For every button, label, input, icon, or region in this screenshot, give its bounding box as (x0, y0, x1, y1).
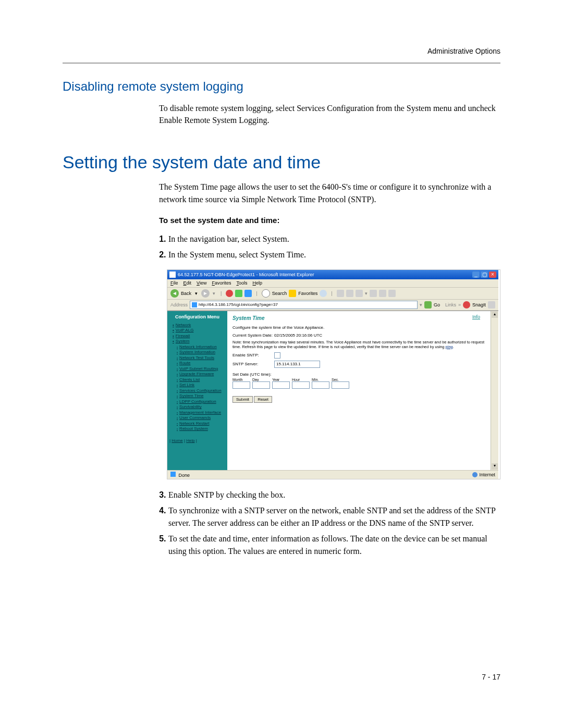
min-input[interactable] (312, 381, 329, 389)
go-button[interactable] (424, 301, 432, 309)
enable-sntp-checkbox[interactable] (274, 352, 280, 359)
step-item: Enable SNTP by checking the box. (168, 489, 500, 501)
section2-intro: The System Time page allows the user to … (159, 181, 500, 205)
scroll-down-icon[interactable]: ▾ (492, 463, 498, 470)
year-input[interactable] (272, 381, 290, 389)
history-icon[interactable] (320, 290, 327, 297)
hour-input[interactable] (292, 381, 310, 389)
date-inputs-row: Month Day Year Hour Min. Sec. (232, 378, 485, 389)
dropdown-icon[interactable]: ▾ (195, 291, 198, 296)
nav-home-link[interactable]: Home (172, 438, 182, 443)
nav-item-network[interactable]: Network (173, 323, 225, 327)
snagit-icon[interactable] (463, 301, 470, 309)
menu-help[interactable]: Help (252, 280, 262, 286)
ie-menubar: File Edit View Favorites Tools Help (167, 279, 498, 288)
close-button[interactable]: × (489, 272, 496, 278)
mail-icon[interactable] (337, 290, 344, 297)
vertical-scrollbar[interactable]: ▴ ▾ (491, 311, 498, 470)
nav-footer: | Home | Help | (169, 438, 225, 443)
sntp-server-label: SNTP Server: (232, 362, 274, 366)
menu-edit[interactable]: Edit (183, 280, 192, 286)
nav-heading: Configuration Menu (169, 314, 225, 319)
enable-sntp-label: Enable SNTP: (232, 353, 274, 357)
msgr-icon[interactable] (379, 290, 386, 297)
back-label: Back (181, 291, 191, 296)
document-page: Administrative Options Disabling remote … (0, 0, 563, 728)
nav-sub-item[interactable]: Upgrade Firmware (173, 372, 225, 376)
snagit-label: SnagIt (472, 302, 486, 307)
print-icon[interactable] (346, 290, 353, 297)
steps-list-before: In the navigation bar, select System. In… (154, 233, 500, 261)
section-heading-setting-time: Setting the system date and time (63, 152, 500, 172)
step-item: In the System menu, select System Time. (168, 249, 500, 261)
nav-sub-item[interactable]: Network Restart (173, 421, 225, 426)
status-done: Done (179, 473, 190, 478)
sec-input[interactable] (332, 381, 349, 389)
favorites-icon[interactable] (289, 290, 296, 297)
nav-sub-item[interactable]: LDPP Configuration (173, 399, 225, 404)
set-date-label: Set Date (UTC time): (232, 372, 485, 377)
col-day: Day (252, 378, 259, 381)
ie-addressbar: Address http://64.3.186.175/cgi-bin/conf… (167, 300, 498, 311)
info-link[interactable]: Info (472, 314, 480, 319)
submit-button[interactable]: Submit (232, 396, 253, 403)
nav-sub-item[interactable]: System Information (173, 350, 225, 354)
ping-link[interactable]: ping (446, 344, 453, 349)
nav-sub-item[interactable]: Management Interface (173, 410, 225, 415)
back-button[interactable]: ◄ (170, 289, 179, 298)
nav-sub-item[interactable]: Set Link (173, 382, 225, 387)
home-icon[interactable] (244, 290, 252, 297)
nav-sub-item[interactable]: System Time (173, 393, 225, 398)
links-label: Links (445, 302, 456, 307)
menu-view[interactable]: View (197, 280, 206, 286)
screenshot-figure: 64.52.177.5 NGT-DBN-EdgeProtect1 - Micro… (167, 269, 500, 479)
nav-help-link[interactable]: Help (186, 438, 194, 443)
day-input[interactable] (252, 381, 270, 389)
nav-sub-item[interactable]: VoIP Subnet Routing (173, 366, 225, 371)
ie-title-text: 64.52.177.5 NGT-DBN-EdgeProtect1 - Micro… (178, 272, 314, 277)
menu-tools[interactable]: Tools (236, 280, 247, 286)
search-label: Search (272, 291, 287, 296)
page-number: 7 - 17 (482, 673, 500, 681)
address-input[interactable]: http://64.3.186.175/cgi-bin/config?page=… (190, 301, 418, 309)
nav-sub-item[interactable]: Route (173, 361, 225, 365)
nav-sub-item[interactable]: User Commands (173, 415, 225, 420)
nav-sub-item[interactable]: Reboot System (173, 426, 225, 431)
col-month: Month (232, 378, 242, 381)
stop-icon[interactable] (226, 290, 233, 297)
ie-app-icon (169, 272, 176, 278)
step-item: To synchronize with a SNTP server on the… (168, 504, 500, 529)
nav-sub-item[interactable]: Services Configuration (173, 388, 225, 393)
menu-file[interactable]: File (170, 280, 178, 286)
refresh-icon[interactable] (235, 290, 242, 297)
maximize-button[interactable]: ▢ (481, 272, 488, 278)
nav-sub-item[interactable]: Survivability (173, 404, 225, 409)
col-sec: Sec. (332, 378, 339, 381)
edit-icon[interactable] (356, 290, 363, 297)
sntp-server-input[interactable]: 15.114.133.1 (274, 361, 320, 368)
steps-list-after: Enable SNTP by checking the box. To sync… (154, 489, 500, 558)
nav-item-firewall[interactable]: Firewall (173, 334, 225, 338)
month-input[interactable] (232, 381, 250, 389)
scroll-up-icon[interactable]: ▴ (492, 312, 498, 318)
discuss-icon[interactable] (370, 290, 377, 297)
menu-favorites[interactable]: Favorites (212, 280, 231, 286)
ie-toolbar: ◄ Back ▾ ► ▾ | | Search Favorites | ▾ (167, 288, 498, 300)
nav-sub-item[interactable]: Network Test Tools (173, 355, 225, 360)
minimize-button[interactable]: _ (472, 272, 480, 278)
nav-sub-item[interactable]: Clients List (173, 377, 225, 382)
nav-item-voip-alg[interactable]: VoIP ALG (173, 328, 225, 332)
go-label: Go (434, 302, 440, 307)
reset-button[interactable]: Reset (254, 396, 272, 403)
panel-note: Note: time synchronization may take seve… (232, 340, 485, 349)
nav-item-system[interactable]: System (173, 339, 225, 343)
ie-window: 64.52.177.5 NGT-DBN-EdgeProtect1 - Micro… (167, 270, 498, 479)
nav-sidebar: Configuration Menu Network VoIP ALG Fire… (167, 311, 227, 470)
section1-body: To disable remote system logging, select… (159, 102, 500, 126)
nav-sub-item[interactable]: Network Information (173, 344, 225, 349)
extra-icon[interactable] (388, 290, 396, 297)
search-icon[interactable] (262, 289, 270, 298)
snagit-extra-icon[interactable] (488, 301, 495, 309)
address-label: Address (170, 302, 188, 307)
col-hour: Hour (292, 378, 300, 381)
